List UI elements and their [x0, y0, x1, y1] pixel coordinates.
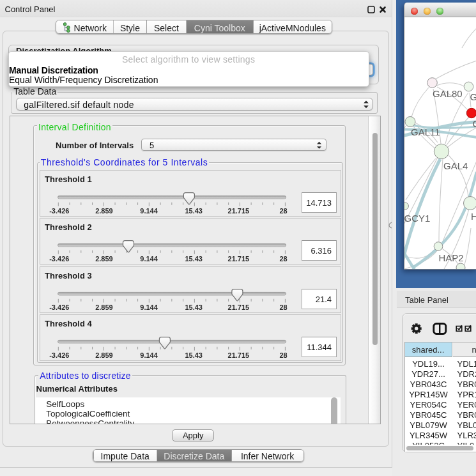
svg-text:HAP2: HAP2 — [439, 252, 464, 263]
svg-text:GCY1: GCY1 — [404, 213, 430, 224]
svg-text:GAL11: GAL11 — [411, 127, 440, 137]
svg-text:H: H — [471, 211, 476, 222]
svg-text:GAL80: GAL80 — [433, 88, 463, 99]
svg-text:GA: GA — [470, 91, 476, 102]
svg-text:GAL4: GAL4 — [443, 160, 468, 171]
svg-text:C: C — [473, 118, 476, 129]
